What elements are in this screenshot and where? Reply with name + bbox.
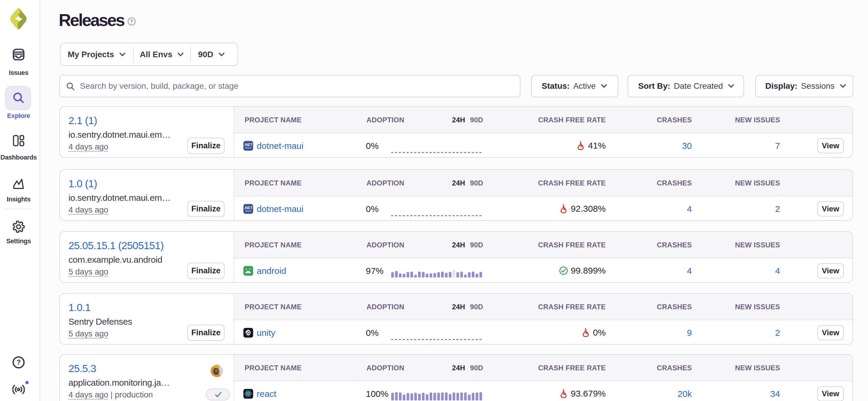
svg-text:?: ?: [130, 19, 133, 25]
svg-text:?: ?: [17, 359, 21, 366]
